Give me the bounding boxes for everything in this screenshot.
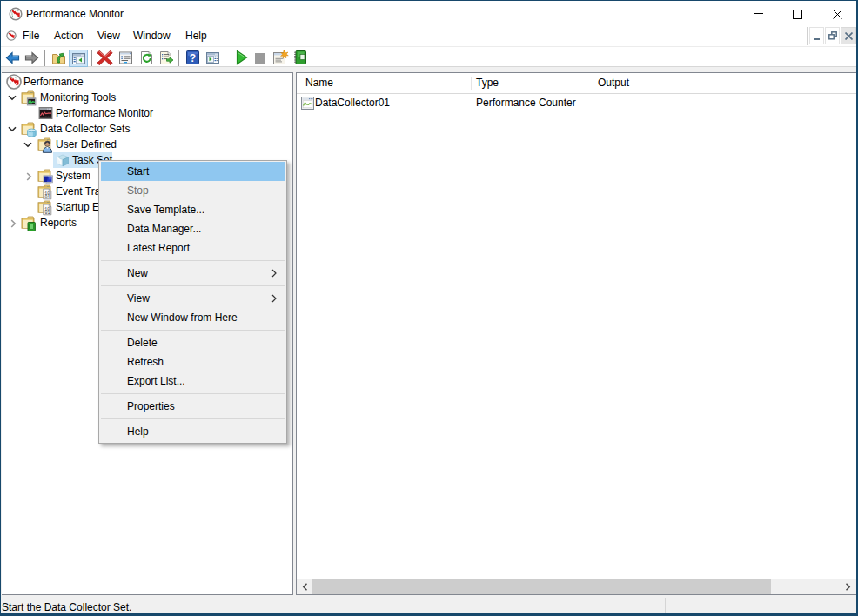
svg-text:?: ? [190, 52, 196, 64]
